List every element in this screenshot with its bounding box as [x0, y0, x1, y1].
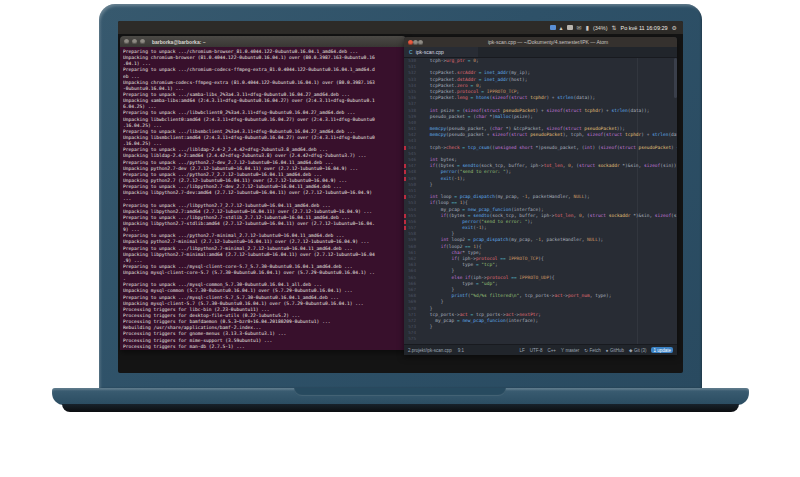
sync-arrows-icon[interactable]: ⇅ [612, 25, 617, 31]
terminal-close-button[interactable] [124, 39, 129, 44]
status-item-label: Fetch [589, 348, 600, 353]
atom-status-bar: 2.projekt/ipk-scan.cpp 9:1 LFUTF-8C++Yma… [404, 344, 677, 355]
panel-clock[interactable]: Po kvě 11 16:09:29 [621, 25, 668, 31]
status-item-fetch[interactable]: ↻Fetch [584, 348, 601, 353]
status-item-github[interactable]: ●GitHub [606, 348, 624, 353]
status-item-c-[interactable]: C++ [547, 348, 556, 353]
git-diff-marker [404, 164, 406, 168]
c-file-icon: C [409, 49, 413, 55]
terminal-window: barborka@barborka: ~ Preparing to unpack… [120, 36, 406, 350]
terminal-line: Unpacking libwbclient0:amd64 (2:4.3.11+d… [123, 117, 403, 123]
terminal-maximize-button[interactable] [140, 39, 145, 44]
tab-label: ipk-scan.cpp [416, 49, 444, 55]
terminal-line: Unpacking chromium-browser (81.0.4044.12… [123, 55, 403, 61]
terminal-line: Unpacking libpython2.7-stdlib:amd64 (2.7… [123, 221, 403, 227]
tab-ipk-scan-cpp[interactable]: C ipk-scan.cpp [404, 47, 478, 57]
status-item-label: master [565, 348, 579, 353]
ubuntu-top-panel: ▴ ✉ ▮ (34%) ⇅ Po kvě 11 16:09:29 ⚙ [118, 21, 683, 34]
laptop-base-notch [294, 388, 506, 396]
terminal-line: Unpacking libpython2.7-dev:amd64 (2.7.12… [123, 190, 403, 196]
wifi-icon[interactable]: ▴ [560, 25, 563, 31]
git-diff-marker [404, 214, 406, 218]
github-icon: ● [606, 348, 609, 353]
atom-window: ipk-scan.cpp — ~/Dokumenty/4.semester/IP… [404, 37, 677, 355]
git-diff-marker [404, 220, 406, 224]
status-file-path[interactable]: 2.projekt/ipk-scan.cpp [408, 348, 452, 353]
terminal-line: Unpacking mysql-client-5.7 (5.7.30-0ubun… [123, 301, 403, 307]
input-source-icon[interactable] [550, 25, 556, 30]
atom-titlebar[interactable]: ipk-scan.cpp — ~/Dokumenty/4.semester/IP… [404, 37, 677, 47]
status-item-label: C++ [547, 348, 556, 353]
update-badge[interactable]: 1 update [651, 347, 673, 353]
status-item-utf-8[interactable]: UTF-8 [530, 348, 543, 353]
gear-icon[interactable]: ⚙ [672, 25, 677, 31]
terminal-line: Unpacking libsmbclient:amd64 (2:4.3.11+d… [123, 135, 403, 141]
terminal-line: Processing triggers for man-db (2.7.5-1)… [123, 344, 403, 350]
laptop-base-edge [62, 404, 739, 412]
git-diff-marker [404, 146, 406, 150]
terminal-line: Unpacking python2.7-minimal (2.7.12-1ubu… [123, 239, 403, 245]
git-diff-marker [404, 177, 406, 181]
terminal-output[interactable]: Preparing to unpack .../chromium-browser… [120, 47, 406, 350]
branch-icon: Y [561, 348, 564, 353]
status-left: 2.projekt/ipk-scan.cpp 9:1 [408, 348, 464, 353]
git-diff-marker [404, 195, 406, 199]
terminal-line: Unpacking libpython2.7:amd64 (2.7.12-1ub… [123, 209, 403, 215]
status-item-label: UTF-8 [530, 348, 543, 353]
status-item-master[interactable]: Ymaster [561, 348, 579, 353]
terminal-line: Preparing to unpack .../chromium-codecs-… [123, 67, 403, 73]
git-diff-marker [404, 226, 406, 230]
battery-icon[interactable]: ▮ [586, 25, 589, 31]
code-rows: 530 tcph->urg_ptr = 0;531532 tcpPacket.s… [404, 58, 677, 343]
status-item-label: Git (3) [634, 348, 647, 353]
status-item-lf[interactable]: LF [519, 348, 524, 353]
laptop-mockup: ▴ ✉ ▮ (34%) ⇅ Po kvě 11 16:09:29 ⚙ barbo… [0, 0, 800, 477]
sync-icon: ↻ [584, 348, 588, 353]
code-line: 575 [404, 336, 677, 342]
terminal-title: barborka@barborka: ~ [152, 39, 206, 45]
terminal-line: Unpacking libpython2.7-minimal:amd64 (2.… [123, 252, 403, 258]
terminal-line: Unpacking chromium-codecs-ffmpeg-extra (… [123, 80, 403, 86]
atom-tab-bar: C ipk-scan.cpp [404, 47, 677, 58]
terminal-titlebar[interactable]: barborka@barborka: ~ [120, 36, 406, 47]
terminal-line: Unpacking libldap-2.4-2:amd64 (2.4.42+df… [123, 153, 403, 159]
status-item-git-3-[interactable]: ◆Git (3) [629, 348, 646, 353]
git-icon: ◆ [629, 348, 632, 353]
keyboard-layout-icon[interactable] [567, 25, 573, 30]
atom-window-title: ipk-scan.cpp — ~/Dokumenty/4.semester/IP… [423, 39, 673, 45]
git-diff-marker [404, 170, 406, 174]
status-right: LFUTF-8C++Ymaster↻Fetch●GitHub◆Git (3)1 … [519, 347, 673, 353]
mail-icon[interactable]: ✉ [577, 25, 582, 31]
battery-percent: (34%) [593, 25, 608, 31]
status-cursor-position[interactable]: 9:1 [458, 348, 464, 353]
laptop-screen: ▴ ✉ ▮ (34%) ⇅ Po kvě 11 16:09:29 ⚙ barbo… [118, 21, 683, 373]
terminal-line: Unpacking mysql-client-core-5.7 (5.7.30-… [123, 270, 403, 276]
line-number: 575 [404, 336, 419, 342]
status-item-label: GitHub [610, 348, 624, 353]
terminal-minimize-button[interactable] [132, 39, 137, 44]
editor-scrollbar[interactable] [674, 58, 677, 98]
code-editor[interactable]: 530 tcph->urg_ptr = 0;531532 tcpPacket.s… [404, 58, 677, 344]
code-text [419, 336, 677, 342]
status-item-label: LF [519, 348, 524, 353]
terminal-line: Unpacking samba-libs:amd64 (2:4.3.11+dfs… [123, 98, 403, 104]
